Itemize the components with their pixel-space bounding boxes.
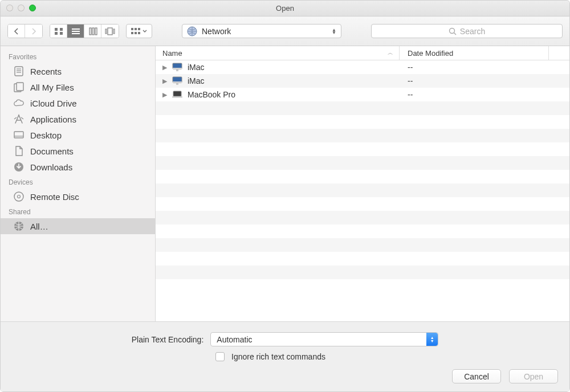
empty-row	[156, 142, 569, 156]
sidebar-item-remote-disc[interactable]: Remote Disc	[1, 189, 155, 205]
disc-icon	[13, 191, 25, 202]
view-list-button[interactable]	[67, 24, 84, 38]
cancel-button[interactable]: Cancel	[452, 369, 501, 383]
column-header-date[interactable]: Date Modified	[400, 46, 549, 60]
toolbar: Network ▲▼ Search	[1, 17, 569, 46]
svg-rect-8	[92, 28, 94, 35]
window-title: Open	[1, 4, 569, 13]
sidebar-item-label: Recents	[30, 67, 62, 76]
search-placeholder: Search	[460, 27, 485, 36]
empty-row	[156, 224, 569, 238]
disclosure-triangle-icon[interactable]: ▶	[159, 91, 170, 99]
encoding-select[interactable]: Automatic ▲▼	[210, 332, 438, 346]
disclosure-triangle-icon[interactable]: ▶	[159, 77, 170, 85]
file-date: --	[400, 76, 569, 85]
sidebar-section-devices: Devices	[1, 175, 155, 189]
file-date: --	[400, 90, 569, 99]
view-gallery-button[interactable]	[101, 24, 119, 38]
file-name: iMac	[184, 63, 400, 72]
sidebar-item-desktop[interactable]: Desktop	[1, 127, 155, 143]
view-columns-button[interactable]	[84, 24, 101, 38]
column-header-name[interactable]: Name ︿	[156, 46, 400, 60]
view-icons-button[interactable]	[50, 24, 67, 38]
svg-rect-39	[176, 83, 178, 85]
empty-row	[156, 252, 569, 266]
sort-ascending-icon: ︿	[388, 49, 393, 57]
imac-icon	[170, 63, 184, 72]
location-label: Network	[202, 27, 231, 36]
file-name: iMac	[184, 76, 400, 85]
empty-row	[156, 238, 569, 252]
search-field[interactable]: Search	[371, 24, 563, 38]
column-headers: Name ︿ Date Modified	[156, 46, 569, 60]
svg-point-20	[449, 28, 454, 33]
sidebar-item-downloads[interactable]: Downloads	[1, 159, 155, 175]
svg-rect-1	[60, 28, 63, 31]
svg-rect-40	[173, 91, 181, 96]
file-rows: ▶iMac--▶iMac--▶MacBook Pro--	[156, 60, 569, 321]
svg-rect-35	[173, 68, 182, 69]
dialog-footer: Plain Text Encoding: Automatic ▲▼ Ignore…	[1, 321, 569, 391]
svg-rect-41	[172, 96, 182, 98]
maximize-window-button[interactable]	[29, 5, 36, 11]
svg-rect-0	[55, 28, 58, 31]
svg-rect-28	[14, 132, 23, 138]
svg-rect-18	[138, 32, 140, 34]
sidebar-item-label: Remote Disc	[30, 192, 79, 202]
disclosure-triangle-icon[interactable]: ▶	[159, 64, 170, 71]
sidebar-item-documents[interactable]: Documents	[1, 143, 155, 159]
file-date: --	[400, 63, 569, 72]
minimize-window-button[interactable]	[18, 5, 25, 11]
sidebar-item-applications[interactable]: Applications	[1, 111, 155, 127]
file-row[interactable]: ▶iMac--	[156, 60, 569, 74]
svg-rect-6	[72, 33, 80, 34]
file-name: MacBook Pro	[184, 90, 400, 99]
location-popup-button[interactable]: Network ▲▼	[182, 24, 341, 38]
file-row[interactable]: ▶iMac--	[156, 74, 569, 88]
desktop-icon	[13, 130, 25, 140]
sidebar-item-label: iCloud Drive	[30, 99, 77, 108]
sidebar-section-favorites: Favorites	[1, 50, 155, 63]
encoding-label: Plain Text Encoding:	[132, 335, 204, 344]
empty-row	[156, 279, 569, 293]
svg-point-31	[14, 192, 23, 201]
svg-line-21	[454, 32, 456, 35]
sidebar-item-recents[interactable]: Recents	[1, 63, 155, 79]
stepper-arrows-icon: ▲▼	[332, 28, 336, 34]
group-dropdown-button[interactable]	[126, 24, 152, 38]
open-button[interactable]: Open	[509, 369, 558, 383]
svg-rect-4	[72, 28, 80, 30]
svg-rect-7	[89, 28, 91, 35]
cloud-icon	[13, 98, 25, 108]
doc-stack-icon	[13, 82, 25, 92]
ignore-rich-text-checkbox[interactable]	[215, 352, 225, 361]
column-header-extra[interactable]	[549, 46, 569, 60]
sidebar-item-label: Desktop	[30, 130, 62, 140]
sidebar-item-icloud-drive[interactable]: iCloud Drive	[1, 95, 155, 111]
network-globe-icon	[187, 26, 197, 36]
sidebar-item-label: All…	[30, 222, 48, 231]
svg-rect-14	[135, 28, 137, 30]
window-controls	[6, 5, 36, 11]
view-mode-switcher	[50, 24, 119, 38]
sidebar: FavoritesRecentsAll My FilesiCloud Drive…	[1, 46, 156, 321]
svg-rect-12	[113, 29, 115, 34]
ignore-rich-text-label: Ignore rich text commands	[231, 352, 325, 361]
chevron-down-icon	[142, 30, 147, 33]
close-window-button[interactable]	[6, 5, 13, 11]
forward-button[interactable]	[25, 24, 42, 38]
file-row[interactable]: ▶MacBook Pro--	[156, 88, 569, 101]
svg-point-32	[18, 195, 21, 198]
sidebar-item-label: Documents	[30, 146, 74, 156]
svg-rect-15	[138, 28, 140, 30]
titlebar[interactable]: Open	[1, 1, 569, 17]
sidebar-item-all-[interactable]: All…	[1, 218, 155, 234]
sidebar-item-all-my-files[interactable]: All My Files	[1, 79, 155, 95]
svg-rect-16	[131, 32, 133, 34]
empty-row	[156, 129, 569, 142]
back-button[interactable]	[8, 24, 25, 38]
svg-rect-5	[72, 31, 80, 32]
svg-rect-3	[60, 32, 63, 35]
macbook-icon	[170, 91, 184, 99]
encoding-value: Automatic	[217, 335, 252, 344]
